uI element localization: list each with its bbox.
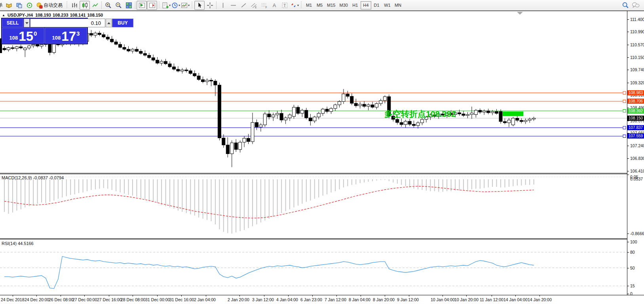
time-tick-label: 11 Jan 12:00 bbox=[480, 297, 503, 302]
timeframe-m30[interactable]: M30 bbox=[337, 1, 350, 10]
candle-body bbox=[32, 45, 35, 46]
periods-clock-button[interactable]: ▾ bbox=[171, 1, 180, 10]
timeframe-m1[interactable]: M1 bbox=[304, 1, 314, 10]
chart-shift-marker[interactable] bbox=[517, 12, 523, 15]
volume-decrease-button[interactable] bbox=[24, 19, 30, 27]
level-handle[interactable] bbox=[623, 135, 626, 137]
candle-body bbox=[354, 103, 357, 106]
candle-body bbox=[516, 118, 519, 120]
sell-button[interactable]: SELL bbox=[2, 19, 23, 27]
new-order-label[interactable]: 单 bbox=[0, 2, 3, 9]
rsi-separator[interactable] bbox=[0, 238, 627, 239]
time-tick-label: 28 Dec 08:00 bbox=[121, 297, 145, 302]
candle-body bbox=[131, 49, 134, 51]
ohlc-close: 108.150 bbox=[87, 13, 103, 17]
candlestick-chart-button[interactable] bbox=[80, 1, 90, 10]
sell-price-display[interactable]: 108150 bbox=[2, 28, 44, 44]
timeframe-h4[interactable]: H4 bbox=[361, 1, 371, 10]
new-chart-button[interactable]: ▾ bbox=[161, 1, 171, 10]
volume-input[interactable] bbox=[30, 19, 105, 27]
macd-separator[interactable] bbox=[0, 173, 627, 173]
zoom-out-button[interactable] bbox=[113, 1, 123, 10]
vertical-line-tool[interactable] bbox=[218, 1, 228, 10]
macd-signal-value: -0.0794 bbox=[49, 175, 64, 180]
main-chart-plot[interactable]: 多空转折点108.392 bbox=[0, 11, 627, 173]
candle-body bbox=[300, 110, 304, 114]
candle-body bbox=[210, 80, 213, 81]
equidistant-channel-tool[interactable]: E bbox=[249, 1, 259, 10]
market-watch-icon[interactable] bbox=[14, 1, 24, 10]
timeframe-m5[interactable]: M5 bbox=[314, 1, 325, 10]
crosshair-tool-button[interactable] bbox=[205, 1, 215, 10]
time-scale[interactable]: 24 Dec 201824 Dec 20:0026 Dec 08:0027 De… bbox=[0, 295, 644, 304]
timeframe-h1[interactable]: H1 bbox=[350, 1, 361, 10]
timeframe-mn[interactable]: MN bbox=[393, 1, 403, 10]
fibonacci-tool[interactable]: F bbox=[259, 1, 269, 10]
level-handle[interactable] bbox=[623, 126, 626, 129]
order-book-icon[interactable] bbox=[4, 1, 14, 10]
dropdown-icon[interactable]: ▾ bbox=[297, 4, 299, 7]
buy-button[interactable]: BUY bbox=[112, 19, 133, 27]
bar-chart-button[interactable] bbox=[69, 1, 80, 10]
timeframe-w1[interactable]: W1 bbox=[382, 1, 393, 10]
candle-body bbox=[3, 48, 6, 50]
tile-windows-button[interactable] bbox=[123, 1, 134, 10]
candle-body bbox=[222, 138, 225, 145]
chart-shift-button[interactable] bbox=[147, 1, 157, 10]
time-tick-label: 31 Dec 16:00 bbox=[169, 297, 194, 302]
arrows-tool[interactable]: ▾ bbox=[290, 1, 299, 10]
time-tick bbox=[13, 295, 13, 296]
text-label-tool[interactable]: T bbox=[279, 1, 290, 10]
rsi-plot[interactable] bbox=[0, 240, 627, 295]
candle-body bbox=[180, 70, 184, 71]
text-tool[interactable]: A bbox=[269, 1, 279, 10]
zoom-in-button[interactable] bbox=[103, 1, 113, 10]
dropdown-icon[interactable]: ▾ bbox=[179, 4, 180, 7]
chat-icon[interactable] bbox=[631, 1, 641, 10]
dropdown-icon[interactable]: ▾ bbox=[188, 4, 190, 7]
time-tick-label: 9 Jan 12:00 bbox=[397, 297, 419, 302]
buy-price-display[interactable]: 108173 bbox=[45, 28, 87, 44]
highlight-rectangle[interactable] bbox=[503, 112, 523, 116]
signals-icon[interactable] bbox=[24, 1, 34, 10]
trendline-tool[interactable] bbox=[238, 1, 249, 10]
collapse-marker-icon[interactable]: ▲ bbox=[2, 13, 5, 17]
pivot-annotation: 多空转折点108.392 bbox=[384, 109, 456, 119]
indicators-button[interactable]: ▾ bbox=[180, 1, 190, 10]
time-tick bbox=[409, 295, 409, 296]
candle-body bbox=[205, 80, 209, 82]
macd-axis-label: -0.8666 bbox=[630, 231, 644, 236]
candle-body bbox=[247, 138, 250, 141]
dropdown-icon[interactable]: ▾ bbox=[169, 4, 171, 7]
level-handle[interactable] bbox=[623, 91, 626, 94]
macd-plot[interactable] bbox=[0, 174, 627, 238]
candle-body bbox=[19, 47, 23, 48]
level-price-badge: 107.559 bbox=[627, 133, 644, 139]
level-price-badge: 108.392 bbox=[627, 108, 644, 114]
ohlc-high: 108.233 bbox=[53, 13, 68, 17]
macd-label: MACD(12,26,9) -0.0837 -0.0794 bbox=[2, 175, 64, 180]
autotrading-button[interactable]: 自动交易 bbox=[34, 1, 65, 10]
axis-tick bbox=[627, 57, 629, 58]
timeframe-d1[interactable]: D1 bbox=[371, 1, 382, 10]
horizontal-line-tool[interactable] bbox=[228, 1, 238, 10]
search-icon[interactable] bbox=[620, 1, 631, 10]
level-handle[interactable] bbox=[623, 100, 626, 103]
candle-body bbox=[168, 64, 171, 67]
candle-body bbox=[309, 118, 312, 121]
axis-tick bbox=[627, 242, 629, 242]
cursor-tool-button[interactable] bbox=[194, 1, 205, 10]
time-tick bbox=[466, 295, 467, 296]
line-chart-button[interactable] bbox=[90, 1, 100, 10]
volume-increase-button[interactable] bbox=[106, 19, 112, 27]
buy-price-base: 108 bbox=[52, 35, 61, 41]
timeframe-m15[interactable]: M15 bbox=[325, 1, 337, 10]
candle-body bbox=[359, 104, 362, 106]
candle-body bbox=[143, 53, 146, 55]
candle-body bbox=[408, 121, 411, 124]
candle-body bbox=[255, 122, 258, 127]
level-handle[interactable] bbox=[623, 110, 626, 112]
auto-scroll-button[interactable] bbox=[137, 1, 147, 10]
time-tick-label: 14 Jan 20:00 bbox=[528, 297, 552, 302]
candle-body bbox=[325, 109, 329, 112]
